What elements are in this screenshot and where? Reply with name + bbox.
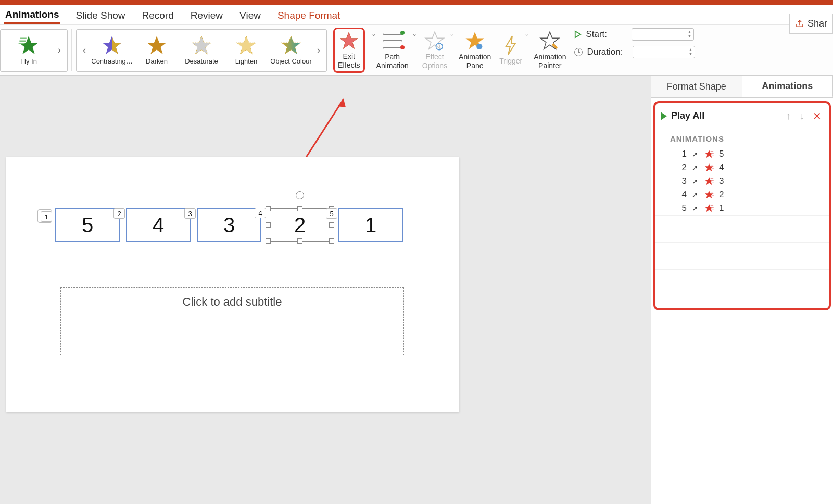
animation-target: 4 (719, 162, 724, 173)
effect-contrasting[interactable]: Contrasting… (90, 35, 134, 66)
gallery-next[interactable]: › (314, 31, 323, 70)
svg-marker-3 (337, 99, 346, 107)
effect-fly-in[interactable]: Fly In (4, 35, 54, 66)
star-icon (191, 35, 212, 57)
svg-point-1 (476, 44, 482, 49)
animation-pane-button[interactable]: Animation Pane (455, 25, 495, 75)
exit-star-icon (704, 204, 714, 213)
star-brush-icon (539, 31, 560, 52)
move-up-icon[interactable]: ↑ (784, 110, 793, 122)
effect-darken[interactable]: Darken (135, 35, 179, 66)
exit-star-icon (704, 149, 714, 159)
duration-input[interactable]: ▲▼ (633, 46, 695, 58)
resize-handle[interactable] (329, 222, 334, 228)
tab-animations-pane[interactable]: Animations (742, 76, 834, 97)
spinner-icon: ▲▼ (688, 30, 692, 39)
shape-2[interactable]: 2 4 (268, 208, 332, 242)
shape-1[interactable]: 1 5 (338, 208, 403, 242)
path-animation-group[interactable]: Path Animation ⌄ (372, 25, 418, 75)
animation-list-item[interactable]: 2➚4 (655, 161, 829, 174)
animation-list-item[interactable]: 5➚1 (655, 201, 829, 215)
animation-list-item[interactable]: 3➚3 (655, 174, 829, 188)
star-gear-icon (464, 31, 485, 52)
tab-review[interactable]: Review (190, 7, 224, 23)
tab-slide-show[interactable]: Slide Show (74, 7, 126, 23)
exit-star-icon (704, 163, 714, 172)
star-icon (235, 35, 257, 57)
start-select[interactable]: ▲▼ (632, 28, 694, 41)
cursor-icon: ➚ (692, 204, 699, 212)
tab-format-shape[interactable]: Format Shape (651, 76, 742, 97)
play-icon[interactable] (661, 112, 667, 120)
tab-shape-format[interactable]: Shape Format (276, 7, 341, 23)
play-all-label[interactable]: Play All (671, 110, 779, 121)
chevron-down-icon[interactable]: ⌄ (412, 30, 417, 37)
play-icon (574, 30, 582, 39)
effect-label: Fly In (20, 58, 37, 66)
resize-handle[interactable] (297, 238, 302, 244)
animation-target: 3 (719, 176, 724, 186)
tab-animations[interactable]: Animations (4, 6, 60, 24)
duration-label: Duration: (587, 47, 628, 57)
animation-order-tag[interactable]: 4 (255, 208, 266, 218)
effect-object-colour[interactable]: Object Colour (269, 35, 313, 66)
shape-4[interactable]: 4 2 (126, 208, 191, 242)
animation-order-tag[interactable]: 1 (41, 211, 52, 222)
side-panel-tabs: Format Shape Animations (651, 76, 833, 98)
star-icon (146, 35, 168, 57)
list-item (655, 269, 829, 283)
ribbon: Fly In › ‹ Contrasting… Darken Desaturat… (0, 25, 833, 76)
resize-handle[interactable] (266, 238, 271, 244)
gallery-next[interactable]: › (55, 31, 64, 70)
animation-order-tag[interactable]: 3 (184, 208, 196, 219)
rotation-handle[interactable] (296, 191, 304, 199)
shape-text: 2 (294, 213, 306, 237)
lightning-icon (502, 35, 520, 56)
path-icon (380, 31, 406, 52)
start-label: Start: (586, 29, 627, 40)
resize-handle[interactable] (329, 238, 334, 244)
share-button[interactable]: Shar (789, 14, 833, 34)
subtitle-placeholder[interactable]: Click to add subtitle (60, 287, 404, 355)
side-panel: Format Shape Animations Play All ↑ ↓ ✕ A… (651, 76, 833, 504)
animation-pane-header: Play All ↑ ↓ ✕ (655, 103, 829, 129)
animations-section-header: ANIMATIONS (655, 129, 829, 147)
exit-effects-group[interactable]: Exit Effects ⌄ (331, 25, 372, 75)
list-item (655, 215, 829, 229)
star-icon (101, 35, 123, 57)
slide-canvas[interactable]: 1 5 1 4 2 3 3 2 4 1 5 (6, 157, 459, 412)
list-item (655, 242, 829, 256)
shape-3[interactable]: 3 3 (197, 208, 261, 242)
close-icon[interactable]: ✕ (811, 110, 824, 122)
exit-star-icon (704, 177, 714, 186)
resize-handle[interactable] (297, 206, 302, 211)
animation-target: 5 (719, 149, 724, 159)
animation-pane: Play All ↑ ↓ ✕ ANIMATIONS 1➚52➚43➚34➚25➚… (653, 101, 831, 310)
animation-painter-button[interactable]: Animation Painter (529, 25, 570, 75)
list-item (655, 283, 829, 296)
shape-5[interactable]: 5 1 (55, 208, 120, 242)
resize-handle[interactable] (266, 206, 271, 211)
ribbon-tabs: Animations Slide Show Record Review View… (0, 5, 833, 25)
gallery-prev[interactable]: ‹ (80, 31, 89, 70)
move-down-icon[interactable]: ↓ (797, 110, 806, 122)
trigger-button: Trigger ⌄ (495, 25, 529, 75)
animation-list-item[interactable]: 1➚5 (655, 147, 829, 161)
chevron-down-icon: ⌄ (449, 30, 455, 37)
animation-target: 2 (719, 190, 724, 200)
tab-view[interactable]: View (238, 7, 262, 23)
animation-order: 1 (679, 149, 687, 159)
emphasis-gallery: ‹ Contrasting… Darken Desaturate Lighten… (72, 25, 331, 75)
animation-order-tag[interactable]: 2 (113, 208, 125, 219)
star-icon (280, 35, 302, 57)
path-animation-label: Path Animation (376, 53, 409, 69)
effect-desaturate[interactable]: Desaturate (180, 35, 223, 66)
tab-record[interactable]: Record (141, 7, 175, 23)
star-icon (18, 35, 40, 57)
effect-lighten[interactable]: Lighten (224, 35, 268, 66)
resize-handle[interactable] (266, 222, 271, 228)
shape-text: 3 (223, 213, 235, 237)
animation-order-tag[interactable]: 5 (326, 208, 337, 219)
animation-list-item[interactable]: 4➚2 (655, 188, 829, 201)
share-label: Shar (807, 18, 827, 29)
